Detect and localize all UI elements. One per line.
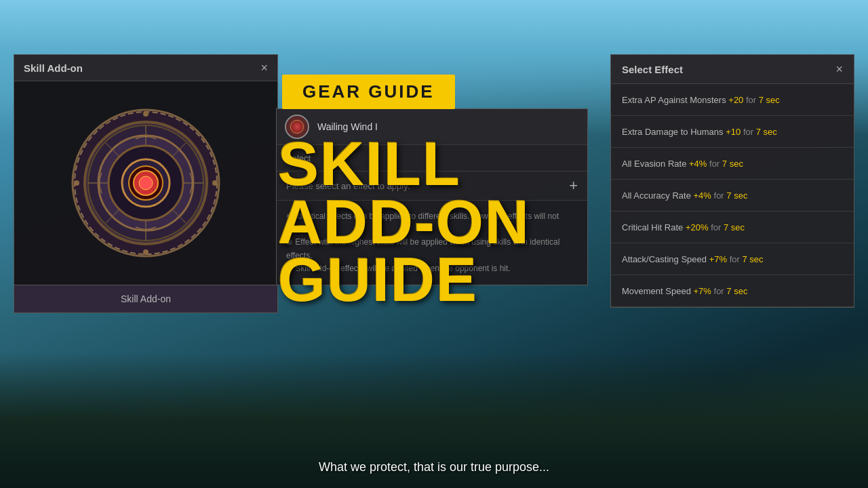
svg-point-19	[143, 249, 149, 255]
effect-label: Critical Hit Rate +20% for 7 sec	[622, 222, 745, 232]
notes-section: ※ Identical effects can be applied to di…	[277, 201, 587, 285]
effect-label: Extra Damage to Humans +10 for 7 sec	[622, 127, 777, 137]
skill-icon-small	[285, 115, 309, 139]
effect-item[interactable]: All Evasion Rate +4% for 7 sec	[611, 148, 854, 180]
effect-item[interactable]: Critical Hit Rate +20% for 7 sec	[611, 211, 854, 243]
svg-point-9	[139, 176, 153, 190]
effect-label: Movement Speed +7% for 7 sec	[622, 286, 747, 296]
subtitle-text: What we protect, that is our true purpos…	[319, 460, 549, 474]
gear-guide-label: GEAR GUIDE	[302, 81, 435, 102]
medallion-icon	[71, 108, 220, 258]
skill-addon-panel-header: Skill Add-on ×	[14, 55, 277, 81]
skill-icon-area	[14, 81, 277, 285]
select-effect-panel: Select Effect × Extra AP Against Monster…	[610, 54, 854, 308]
skill-addon-bottom-label: Skill Add-on	[14, 285, 277, 312]
svg-point-21	[212, 180, 218, 186]
effect-label: Extra AP Against Monsters +20 for 7 sec	[622, 95, 780, 105]
effect-label: Attack/Casting Speed +7% for 7 sec	[622, 254, 764, 264]
skill-icon-inner	[290, 120, 304, 134]
add-effect-row[interactable]: Please select an effect to apply. +	[277, 171, 587, 201]
effect-label: All Evasion Rate +4% for 7 sec	[622, 159, 743, 169]
svg-point-18	[143, 111, 149, 117]
select-section: Select	[277, 145, 587, 171]
effects-list: Extra AP Against Monsters +20 for 7 secE…	[611, 84, 854, 307]
add-effect-text: Please select an effect to apply.	[286, 181, 410, 191]
note-line-2: ※ Effect with the highest stats will be …	[286, 236, 578, 262]
note-line-3: ※ Skill Add-on effects will be applied w…	[286, 262, 578, 275]
add-effect-button[interactable]: +	[569, 178, 578, 193]
select-section-label: Select	[286, 153, 311, 163]
skill-addon-panel: Skill Add-on ×	[14, 54, 278, 313]
effect-item[interactable]: Extra Damage to Humans +10 for 7 sec	[611, 116, 854, 148]
effect-panel-header: Select Effect ×	[611, 55, 854, 84]
effect-panel-close-button[interactable]: ×	[835, 63, 843, 75]
note-line-1: ※ Identical effects can be applied to di…	[286, 210, 578, 236]
effect-label: All Accuracy Rate +4% for 7 sec	[622, 190, 747, 201]
effect-panel-title: Select Effect	[622, 64, 683, 75]
skill-select-panel: Wailing Wind I Select Please select an e…	[276, 108, 588, 285]
skill-addon-close-button[interactable]: ×	[260, 62, 268, 74]
skill-row[interactable]: Wailing Wind I	[277, 109, 587, 145]
skill-name-label: Wailing Wind I	[317, 121, 378, 132]
effect-item[interactable]: Extra AP Against Monsters +20 for 7 sec	[611, 84, 854, 116]
gear-guide-banner: GEAR GUIDE	[282, 75, 455, 109]
effect-item[interactable]: Movement Speed +7% for 7 sec	[611, 275, 854, 307]
skill-addon-panel-title: Skill Add-on	[24, 62, 83, 74]
svg-point-20	[74, 180, 79, 186]
effect-item[interactable]: All Accuracy Rate +4% for 7 sec	[611, 180, 854, 211]
effect-item[interactable]: Attack/Casting Speed +7% for 7 sec	[611, 243, 854, 275]
